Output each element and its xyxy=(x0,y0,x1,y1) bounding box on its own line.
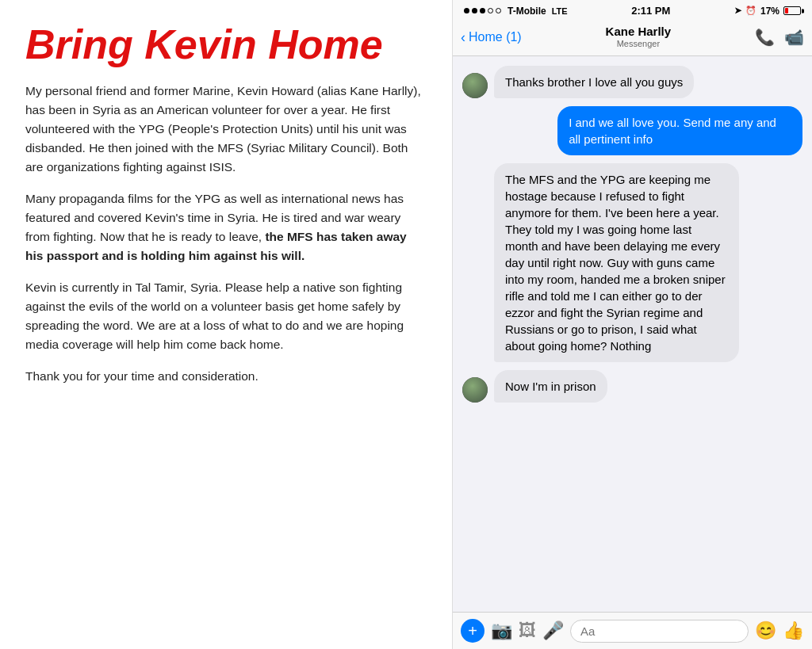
location-icon: ➤ xyxy=(734,6,741,16)
battery-fill xyxy=(785,8,788,13)
nav-bar: ‹ Home (1) Kane Harlly Messenger 📞 📹 xyxy=(453,20,812,56)
status-right: ➤ ⏰ 17% xyxy=(734,6,801,17)
nav-center: Kane Harlly Messenger xyxy=(522,25,755,49)
alarm-icon: ⏰ xyxy=(745,6,756,16)
image-icon[interactable]: 🖼 xyxy=(519,620,536,641)
nav-actions: 📞 📹 xyxy=(755,28,804,47)
avatar-image xyxy=(462,73,488,98)
status-left: T-Mobile LTE xyxy=(464,6,568,17)
signal-dot-5 xyxy=(496,8,501,13)
thumb-icon[interactable]: 👍 xyxy=(783,620,804,641)
left-panel: Bring Kevin Home My personal friend and … xyxy=(0,0,452,649)
bold-statement: the MFS has taken away his passport and … xyxy=(25,230,407,262)
message-row: Thanks brother I love all you guys xyxy=(462,66,802,98)
paragraph-4: Thank you for your time and consideratio… xyxy=(25,367,427,386)
status-time: 2:11 PM xyxy=(631,5,670,17)
battery-percent: 17% xyxy=(760,6,779,17)
page-title: Bring Kevin Home xyxy=(25,22,427,67)
signal-dot-4 xyxy=(488,8,493,13)
avatar xyxy=(462,73,488,98)
video-icon[interactable]: 📹 xyxy=(784,28,804,47)
message-text: Now I'm in prison xyxy=(505,380,596,393)
contact-name: Kane Harlly xyxy=(522,25,755,39)
avatar xyxy=(462,377,488,403)
status-bar: T-Mobile LTE 2:11 PM ➤ ⏰ 17% xyxy=(453,0,812,20)
input-bar: + 📷 🖼 🎤 😊 👍 xyxy=(453,612,812,649)
paragraph-3: Kevin is currently in Tal Tamir, Syria. … xyxy=(25,278,427,354)
incoming-bubble-prison: Now I'm in prison xyxy=(494,370,607,403)
camera-icon[interactable]: 📷 xyxy=(491,620,512,641)
add-button[interactable]: + xyxy=(461,619,485,643)
message-row-long: The MFS and the YPG are keeping me hosta… xyxy=(462,163,802,362)
mic-icon[interactable]: 🎤 xyxy=(542,620,564,641)
phone-panel: T-Mobile LTE 2:11 PM ➤ ⏰ 17% ‹ Home (1) … xyxy=(452,0,812,649)
signal-dot-2 xyxy=(472,8,477,13)
signal-dot-3 xyxy=(480,8,485,13)
signal-dot-1 xyxy=(464,8,469,13)
message-input[interactable] xyxy=(570,620,749,643)
emoji-icon[interactable]: 😊 xyxy=(755,620,776,641)
signal-indicator xyxy=(464,8,501,13)
battery-icon xyxy=(783,6,801,15)
outgoing-bubble: I and we all love you. Send me any and a… xyxy=(557,106,802,155)
back-label: Home (1) xyxy=(469,30,522,44)
messages-area: Thanks brother I love all you guys I and… xyxy=(453,56,812,612)
add-icon: + xyxy=(468,622,477,640)
back-chevron-icon: ‹ xyxy=(461,30,465,44)
carrier-name: T-Mobile xyxy=(508,6,546,17)
paragraph-2: Many propaganda films for the YPG as wel… xyxy=(25,189,427,265)
avatar-image xyxy=(462,377,488,403)
message-text: Thanks brother I love all you guys xyxy=(505,75,683,89)
message-row-outgoing: I and we all love you. Send me any and a… xyxy=(462,106,802,155)
call-icon[interactable]: 📞 xyxy=(755,28,775,47)
paragraph-1: My personal friend and former Marine, Ke… xyxy=(25,82,427,177)
incoming-bubble-long: The MFS and the YPG are keeping me hosta… xyxy=(494,163,739,362)
network-type: LTE xyxy=(552,6,568,16)
message-text: The MFS and the YPG are keeping me hosta… xyxy=(505,173,726,353)
incoming-bubble: Thanks brother I love all you guys xyxy=(494,66,694,98)
message-row-prison: Now I'm in prison xyxy=(462,370,802,403)
contact-subtitle: Messenger xyxy=(522,39,755,49)
message-text: I and we all love you. Send me any and a… xyxy=(569,116,776,146)
back-button[interactable]: ‹ Home (1) xyxy=(461,30,522,44)
